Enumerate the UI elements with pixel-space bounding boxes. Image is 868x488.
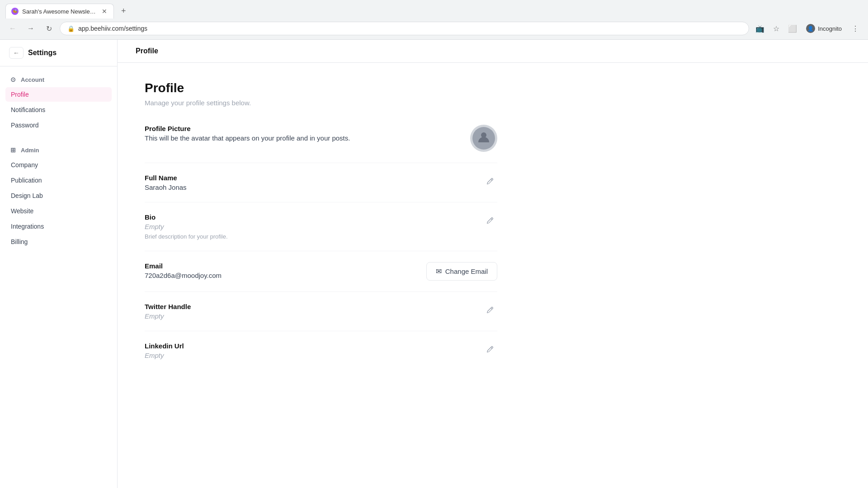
full-name-edit-button[interactable] bbox=[483, 174, 497, 190]
sidebar-title: Settings bbox=[28, 49, 57, 57]
forward-button[interactable]: → bbox=[24, 21, 38, 36]
twitter-label: Twitter Handle bbox=[145, 303, 474, 310]
main-body: Profile Manage your profile settings bel… bbox=[118, 63, 524, 399]
cast-button[interactable]: 📺 bbox=[753, 21, 767, 36]
sidebar-item-password-label: Password bbox=[11, 122, 38, 129]
sidebar-header: ← Settings bbox=[0, 40, 117, 66]
avatar-inner bbox=[472, 127, 495, 150]
main-header: Profile bbox=[118, 40, 868, 63]
sidebar-item-company[interactable]: Company bbox=[5, 158, 112, 172]
sidebar-item-publication[interactable]: Publication bbox=[5, 173, 112, 188]
incognito-label: Incognito bbox=[818, 25, 842, 32]
sidebar-item-billing-label: Billing bbox=[11, 238, 28, 245]
extensions-button[interactable]: ⬜ bbox=[785, 21, 800, 36]
email-content: Email 720a2d6a@moodjoy.com bbox=[145, 262, 417, 279]
email-envelope-icon: ✉ bbox=[436, 267, 442, 276]
email-action: ✉ Change Email bbox=[426, 262, 497, 281]
incognito-icon: 👤 bbox=[806, 24, 815, 33]
twitter-edit-button[interactable] bbox=[483, 303, 497, 319]
account-section-text: Account bbox=[21, 76, 44, 83]
new-tab-button[interactable]: + bbox=[118, 5, 130, 18]
twitter-action bbox=[483, 303, 497, 319]
profile-avatar[interactable] bbox=[470, 125, 497, 152]
email-section: Email 720a2d6a@moodjoy.com ✉ Change Emai… bbox=[145, 262, 497, 292]
email-value: 720a2d6a@moodjoy.com bbox=[145, 272, 417, 279]
avatar-person-icon bbox=[476, 130, 491, 147]
linkedin-edit-button[interactable] bbox=[483, 342, 497, 358]
profile-picture-description: This will be the avatar that appears on … bbox=[145, 134, 461, 142]
linkedin-value: Empty bbox=[145, 352, 474, 359]
sidebar-item-integrations-label: Integrations bbox=[11, 223, 44, 230]
full-name-action bbox=[483, 174, 497, 190]
email-label: Email bbox=[145, 262, 417, 270]
full-name-section: Full Name Saraoh Jonas bbox=[145, 174, 497, 202]
browser-tab[interactable]: 🐝 Sarah's Awesome Newsletter - b... ✕ bbox=[5, 4, 114, 19]
linkedin-action bbox=[483, 342, 497, 358]
main-content: Profile Profile Manage your profile sett… bbox=[118, 40, 868, 488]
sidebar-item-integrations[interactable]: Integrations bbox=[5, 219, 112, 234]
change-email-button[interactable]: ✉ Change Email bbox=[426, 262, 497, 281]
sidebar-item-design-lab-label: Design Lab bbox=[11, 192, 43, 199]
address-bar-url: app.beehiiv.com/settings bbox=[78, 25, 741, 32]
full-name-content: Full Name Saraoh Jonas bbox=[145, 174, 474, 191]
sidebar-item-notifications[interactable]: Notifications bbox=[5, 103, 112, 117]
address-bar[interactable]: 🔒 app.beehiiv.com/settings bbox=[60, 22, 749, 35]
sidebar-item-design-lab[interactable]: Design Lab bbox=[5, 188, 112, 203]
page-subtitle: Manage your profile settings below. bbox=[145, 99, 497, 107]
profile-picture-content: Profile Picture This will be the avatar … bbox=[145, 125, 461, 142]
sidebar-item-website[interactable]: Website bbox=[5, 204, 112, 218]
bio-label: Bio bbox=[145, 213, 474, 221]
bio-edit-button[interactable] bbox=[483, 213, 497, 230]
tab-close-button[interactable]: ✕ bbox=[101, 7, 108, 16]
linkedin-label: Linkedin Url bbox=[145, 342, 474, 350]
linkedin-content: Linkedin Url Empty bbox=[145, 342, 474, 359]
incognito-button[interactable]: 👤 Incognito bbox=[802, 22, 846, 35]
bio-section: Bio Empty Brief description for your pro… bbox=[145, 213, 497, 251]
back-button[interactable]: ← bbox=[5, 21, 20, 36]
sidebar-item-website-label: Website bbox=[11, 207, 33, 215]
change-email-label: Change Email bbox=[445, 267, 488, 275]
twitter-content: Twitter Handle Empty bbox=[145, 303, 474, 320]
linkedin-section: Linkedin Url Empty bbox=[145, 342, 497, 370]
sidebar-item-profile[interactable]: Profile bbox=[5, 87, 112, 102]
sidebar: ← Settings ⊙ Account Profile Notificatio… bbox=[0, 40, 118, 488]
reload-button[interactable]: ↻ bbox=[42, 21, 56, 36]
sidebar-item-company-label: Company bbox=[11, 161, 38, 169]
sidebar-item-password[interactable]: Password bbox=[5, 118, 112, 132]
admin-section-text: Admin bbox=[21, 147, 39, 154]
sidebar-account-section: ⊙ Account Profile Notifications Password bbox=[0, 66, 117, 137]
sidebar-item-profile-label: Profile bbox=[11, 91, 29, 98]
admin-section-icon: ⊞ bbox=[9, 146, 17, 154]
browser-chrome: 🐝 Sarah's Awesome Newsletter - b... ✕ + … bbox=[0, 0, 868, 40]
sidebar-item-billing[interactable]: Billing bbox=[5, 235, 112, 249]
twitter-section: Twitter Handle Empty bbox=[145, 303, 497, 331]
twitter-value: Empty bbox=[145, 312, 474, 320]
bookmark-button[interactable]: ☆ bbox=[769, 21, 783, 36]
bio-content: Bio Empty Brief description for your pro… bbox=[145, 213, 474, 240]
bio-hint: Brief description for your profile. bbox=[145, 233, 474, 240]
browser-toolbar: ← → ↻ 🔒 app.beehiiv.com/settings 📺 ☆ ⬜ 👤… bbox=[0, 19, 868, 39]
tab-title: Sarah's Awesome Newsletter - b... bbox=[22, 8, 97, 15]
tab-favicon: 🐝 bbox=[11, 8, 19, 15]
bio-value: Empty bbox=[145, 223, 474, 230]
app-layout: ← Settings ⊙ Account Profile Notificatio… bbox=[0, 40, 868, 488]
full-name-value: Saraoh Jonas bbox=[145, 183, 474, 191]
browser-titlebar: 🐝 Sarah's Awesome Newsletter - b... ✕ + bbox=[0, 0, 868, 19]
menu-button[interactable]: ⋮ bbox=[848, 21, 863, 36]
bio-action bbox=[483, 213, 497, 230]
main-header-title: Profile bbox=[136, 47, 158, 55]
sidebar-back-button[interactable]: ← bbox=[9, 47, 24, 59]
lock-icon: 🔒 bbox=[67, 25, 75, 32]
profile-picture-label: Profile Picture bbox=[145, 125, 461, 132]
sidebar-item-notifications-label: Notifications bbox=[11, 106, 45, 113]
full-name-label: Full Name bbox=[145, 174, 474, 182]
profile-picture-section: Profile Picture This will be the avatar … bbox=[145, 125, 497, 163]
sidebar-account-label: ⊙ Account bbox=[5, 74, 112, 85]
sidebar-item-publication-label: Publication bbox=[11, 177, 42, 184]
toolbar-actions: 📺 ☆ ⬜ 👤 Incognito ⋮ bbox=[753, 21, 863, 36]
sidebar-admin-section: ⊞ Admin Company Publication Design Lab W… bbox=[0, 137, 117, 253]
account-section-icon: ⊙ bbox=[9, 75, 17, 84]
profile-picture-action bbox=[470, 125, 497, 152]
page-title: Profile bbox=[145, 81, 497, 95]
sidebar-admin-label: ⊞ Admin bbox=[5, 144, 112, 156]
